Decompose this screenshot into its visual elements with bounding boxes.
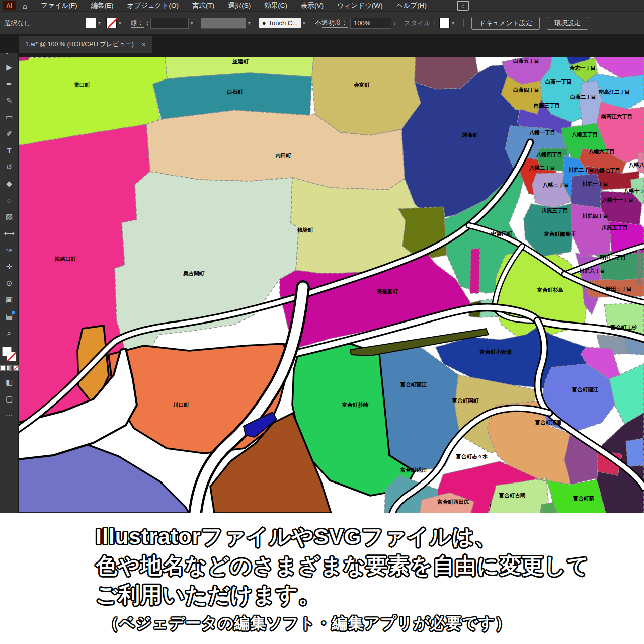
chevron-down-icon[interactable]: ▼ (190, 21, 194, 26)
place-name-label: 護藤町 (462, 132, 478, 138)
place-name-label: 富合町新 (573, 495, 595, 501)
place-name-label: 富合町廻江 (572, 386, 599, 392)
color-button[interactable] (0, 365, 6, 371)
place-name-label: 銭塘町 (297, 227, 313, 233)
place-name-label: 富合町古閑 (499, 492, 526, 498)
place-name-label: 富合町国町 (452, 397, 479, 404)
none-button[interactable] (13, 365, 19, 371)
map-region[interactable] (18, 57, 29, 61)
draw-mode-button[interactable]: ◧ (2, 375, 17, 390)
chevron-down-icon[interactable]: ▼ (97, 21, 102, 26)
rectangle-tool[interactable]: ▭ (2, 110, 17, 125)
place-name-label: 富合町清藤 (535, 419, 562, 425)
gradient-button[interactable] (7, 365, 12, 371)
pasteboard-strip (18, 53, 644, 57)
curvature-tool[interactable]: ✎ (2, 93, 17, 108)
stroke-weight-stepper[interactable]: ▲▼ (146, 21, 149, 26)
chevron-down-icon[interactable]: ▼ (451, 21, 455, 26)
lasso-tool[interactable]: ◌ (2, 193, 17, 208)
menu-object[interactable]: オブジェクト(O) (127, 1, 179, 10)
menu-effect[interactable]: 効果(C) (264, 1, 287, 10)
fill-stroke-indicator[interactable] (2, 346, 17, 362)
artboard-canvas[interactable]: 畠口町並建町白石町会富町内田町護藤町海路口町銭塘町奥古閑町美登里町中無田町富合町… (18, 53, 644, 513)
more-tools-button[interactable]: ⋯ (2, 408, 17, 423)
menu-view[interactable]: 表示(V) (301, 1, 324, 10)
place-name-label: 南高江二丁目 (599, 89, 630, 95)
place-name-label: 八幡五丁目 (571, 131, 598, 138)
menu-window[interactable]: ウィンドウ(W) (337, 1, 383, 10)
separator (447, 2, 447, 10)
vertical-scrollbar[interactable] (637, 249, 641, 285)
touch-workspace-icon[interactable]: ☝ (457, 1, 469, 11)
stroke-weight-label[interactable]: 線： (131, 18, 144, 28)
menu-help[interactable]: ヘルプ(H) (396, 1, 427, 10)
menu-type[interactable]: 書式(T) (192, 1, 214, 10)
chevron-down-icon[interactable]: ▼ (118, 21, 122, 26)
type-tool[interactable]: T (2, 143, 17, 158)
artboard-tool[interactable]: ▣ (2, 292, 17, 307)
home-icon[interactable]: ⌂ (23, 2, 27, 10)
stroke-weight-field[interactable] (150, 18, 189, 29)
place-name-label: 白藤三丁目 (534, 102, 560, 108)
style-label: スタイル： (404, 19, 437, 28)
place-name-label: 川尻三丁目 (541, 207, 569, 213)
gradient-tool[interactable]: ▨ (2, 209, 17, 224)
document-tab[interactable]: 1.ai* @ 100 % (RGB/CPU プレビュー) × (19, 36, 152, 53)
menu-edit[interactable]: 編集(E) (91, 1, 114, 10)
brush-definition-dropdown[interactable] (201, 18, 246, 29)
map-region[interactable] (626, 438, 644, 466)
place-name-label: 富合町御船手 (544, 231, 577, 237)
variable-width-profile-dropdown[interactable]: ● Touch C... (259, 18, 301, 28)
place-name-label: 富合町西田尻 (438, 499, 470, 505)
width-tool[interactable]: ⟷ (2, 226, 17, 241)
puppet-warp-tool[interactable]: ✛ (2, 259, 17, 274)
opacity-field[interactable]: 100% (350, 18, 391, 29)
menu-file[interactable]: ファイル(F) (41, 1, 77, 10)
place-name-label: 海路口町 (54, 256, 76, 262)
opacity-label[interactable]: 不透明度： (315, 18, 348, 28)
screen-mode-button[interactable]: ▢ (2, 391, 17, 407)
eyedropper-tool[interactable]: ✑ (2, 243, 17, 258)
place-name-label: 白石町 (227, 89, 243, 95)
pen-tool[interactable]: ✒ (2, 76, 17, 92)
place-name-label: 中無田町 (491, 230, 513, 237)
place-name-label: 畠口町 (74, 82, 90, 88)
direct-selection-tool[interactable]: ▶ (2, 60, 17, 75)
place-name-label: 富合町志々水 (456, 453, 489, 459)
map-artwork[interactable]: 畠口町並建町白石町会富町内田町護藤町海路口町銭塘町奥古閑町美登里町中無田町富合町… (18, 53, 644, 513)
place-name-label: 八幡三丁目 (542, 182, 570, 188)
style-swatch[interactable] (439, 18, 450, 28)
eraser-tool[interactable]: ◆ (2, 176, 17, 191)
place-name-label: 川尻六丁目 (579, 268, 606, 274)
place-name-label: 奥古閑町 (183, 270, 205, 276)
map-region[interactable] (470, 248, 480, 293)
place-name-label: 八幡二丁目 (529, 165, 556, 171)
place-name-label: 富合町菰江 (400, 381, 427, 387)
place-name-label: 八幡七丁目 (594, 167, 621, 174)
place-name-label: 会富町 (353, 82, 370, 88)
place-name-label: 富合町上杉 (611, 324, 637, 330)
preferences-button[interactable]: 環境設定 (547, 17, 588, 30)
document-setup-button[interactable]: ドキュメント設定 (471, 17, 540, 30)
separator (34, 2, 34, 10)
chevron-down-icon[interactable]: ▼ (302, 21, 306, 26)
place-name-label: 白藤一丁目 (545, 78, 572, 85)
place-name-label: 川尻一丁目 (582, 181, 609, 187)
stroke-proxy[interactable] (7, 352, 16, 361)
rotate-tool[interactable]: ↺ (2, 159, 17, 175)
stroke-color-swatch[interactable] (106, 18, 117, 28)
opacity-panel-arrow[interactable]: › (393, 19, 396, 27)
fill-color-swatch[interactable] (86, 18, 96, 28)
shape-builder-tool[interactable]: ⊙ (2, 276, 17, 291)
map-region[interactable] (312, 53, 421, 135)
close-icon[interactable]: × (142, 41, 146, 48)
touch-type-tool[interactable]: ▤ (2, 309, 17, 324)
place-name-label: 川尻四丁目 (582, 213, 609, 219)
menu-select[interactable]: 選択(S) (228, 1, 251, 10)
chevron-down-icon[interactable]: ▼ (247, 21, 252, 26)
place-name-label: 白藤四丁目 (513, 87, 540, 93)
place-name-label: 八幡八丁目 (628, 162, 644, 168)
zoom-tool[interactable]: ⌕ (2, 326, 17, 341)
place-name-label: 川尻五丁目 (601, 224, 628, 230)
paintbrush-tool[interactable]: ✐ (2, 126, 17, 141)
